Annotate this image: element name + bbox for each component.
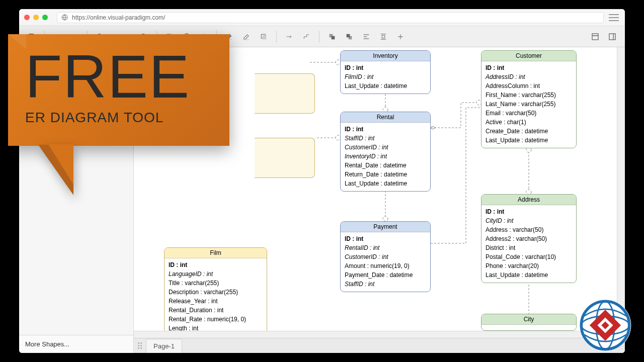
- entity-field: StaffID : int: [345, 280, 426, 289]
- entity-field: Return_Date : datetime: [345, 170, 426, 179]
- menu-icon[interactable]: [608, 13, 620, 22]
- entity-body: ID : intCityID : intAddress : varchar(50…: [481, 205, 576, 283]
- entity-title: Inventory: [341, 51, 430, 61]
- svg-rect-16: [609, 34, 615, 40]
- shadow-button[interactable]: [256, 29, 271, 44]
- url-field[interactable]: https://online.visual-paradigm.com/: [57, 12, 604, 23]
- back-button[interactable]: [342, 29, 357, 44]
- more-shapes-label: More Shapes...: [25, 340, 69, 348]
- globe-icon: [61, 14, 68, 21]
- entity-field: Last_Update : datetime: [486, 136, 572, 145]
- entity-field: CustomerID : int: [345, 252, 426, 261]
- entity-field: InventoryID : int: [345, 152, 426, 161]
- entity-field: Amount : numeric(19, 0): [345, 261, 426, 270]
- entity-body: ID : intRentalID : intCustomerID : intAm…: [341, 232, 430, 292]
- entity-title: Film: [165, 248, 267, 258]
- entity-field: Last_Update : datetime: [345, 81, 426, 90]
- entity-peek-2: [255, 138, 315, 178]
- connector-style-button[interactable]: [282, 29, 297, 44]
- promo-subtitle: ER DIAGRAM TOOL: [25, 110, 214, 126]
- promo-title: FREE: [25, 49, 214, 104]
- entity-body: ID : intAddressID : intAddressColumn : i…: [481, 61, 576, 148]
- entity-film[interactable]: Film ID : intLanguageID : intTitle : var…: [164, 247, 267, 331]
- entity-city[interactable]: City: [481, 314, 577, 331]
- close-dot[interactable]: [24, 15, 30, 20]
- format-panel-button[interactable]: [588, 29, 603, 44]
- entity-field: LanguageID : int: [169, 269, 263, 279]
- entity-address[interactable]: Address ID : intCityID : intAddress : va…: [481, 194, 577, 283]
- entity-title: Payment: [341, 222, 430, 232]
- entity-field: StaffID : int: [345, 134, 426, 143]
- svg-rect-11: [331, 36, 335, 39]
- entity-field: ID : int: [345, 125, 426, 134]
- entity-field: ID : int: [169, 260, 263, 269]
- url-text: https://online.visual-paradigm.com/: [72, 14, 165, 21]
- entity-field: CustomerID : int: [345, 143, 426, 152]
- vertical-scrollbar[interactable]: [617, 47, 625, 331]
- entity-field: ID : int: [486, 63, 572, 72]
- entity-field: Rental_Rate : numeric(19, 0): [169, 315, 263, 324]
- entity-field: Create_Date : datetime: [486, 127, 572, 136]
- entity-field: Rental_Date : datetime: [345, 161, 426, 170]
- entity-title: Customer: [481, 51, 576, 61]
- entity-field: Length : int: [169, 324, 263, 331]
- tab-label: Page-1: [153, 342, 175, 350]
- entity-body: [481, 325, 576, 330]
- entity-field: FilmID : int: [345, 72, 426, 81]
- entity-peek-1: [255, 73, 315, 114]
- entity-field: Postal_Code : varchar(10): [486, 252, 572, 261]
- entity-field: Title : varchar(255): [169, 279, 263, 288]
- entity-field: Release_Year : int: [169, 297, 263, 306]
- entity-field: Description : varchar(255): [169, 288, 263, 297]
- svg-rect-7: [244, 39, 249, 40]
- tab-page1[interactable]: Page-1: [146, 339, 182, 353]
- add-button[interactable]: [393, 29, 408, 44]
- entity-inventory[interactable]: Inventory ID : intFilmID : intLast_Updat…: [340, 50, 431, 94]
- entity-field: Last_Update : datetime: [486, 270, 572, 280]
- entity-field: RentalID : int: [345, 243, 426, 252]
- entity-field: First_Name : varchar(255): [486, 90, 572, 100]
- entity-field: AddressColumn : int: [486, 81, 572, 90]
- maximize-dot[interactable]: [42, 15, 48, 20]
- entity-title: Rental: [341, 112, 430, 123]
- brand-logo: [578, 298, 633, 355]
- browser-address-bar: https://online.visual-paradigm.com/: [19, 9, 625, 26]
- entity-field: Last_Update : datetime: [345, 179, 426, 188]
- entity-payment[interactable]: Payment ID : intRentalID : intCustomerID…: [340, 221, 431, 292]
- line-color-button[interactable]: [239, 29, 254, 44]
- entity-field: ID : int: [345, 63, 426, 72]
- entity-field: CityID : int: [486, 216, 572, 225]
- svg-rect-13: [346, 34, 350, 37]
- drag-handle-icon[interactable]: [138, 342, 142, 349]
- svg-rect-14: [382, 35, 384, 38]
- svg-point-18: [383, 216, 388, 221]
- promo-banner: FREE ER DIAGRAM TOOL: [8, 34, 229, 196]
- entity-field: Phone : varchar(20): [486, 261, 572, 270]
- entity-customer[interactable]: Customer ID : intAddressID : intAddressC…: [481, 50, 577, 148]
- svg-rect-9: [262, 35, 266, 39]
- entity-field: Payment_Date : datetime: [345, 270, 426, 280]
- window-controls: [24, 15, 48, 20]
- front-button[interactable]: [325, 29, 340, 44]
- more-shapes-button[interactable]: More Shapes...: [19, 335, 133, 353]
- entity-field: Email : varchar(50): [486, 109, 572, 118]
- entity-field: Last_Name : varchar(255): [486, 100, 572, 109]
- entity-field: ID : int: [345, 234, 426, 243]
- entity-field: District : int: [486, 243, 572, 252]
- distribute-button[interactable]: [376, 29, 391, 44]
- entity-rental[interactable]: Rental ID : intStaffID : intCustomerID :…: [340, 112, 431, 192]
- entity-title: Address: [481, 195, 576, 205]
- horizontal-scrollbar[interactable]: [134, 331, 625, 338]
- outline-panel-button[interactable]: [605, 29, 620, 44]
- entity-body: ID : intStaffID : intCustomerID : intInv…: [341, 123, 430, 191]
- entity-body: ID : intFilmID : intLast_Update : dateti…: [341, 61, 430, 94]
- entity-field: ID : int: [486, 207, 572, 216]
- entity-field: Address2 : varchar(50): [486, 234, 572, 243]
- align-button[interactable]: [359, 29, 374, 44]
- entity-body: ID : intLanguageID : intTitle : varchar(…: [165, 258, 267, 331]
- connector-route-button[interactable]: [299, 29, 314, 44]
- entity-field: Address : varchar(50): [486, 225, 572, 234]
- minimize-dot[interactable]: [33, 15, 39, 20]
- entity-field: Active : char(1): [486, 118, 572, 127]
- entity-field: AddressID : int: [486, 72, 572, 81]
